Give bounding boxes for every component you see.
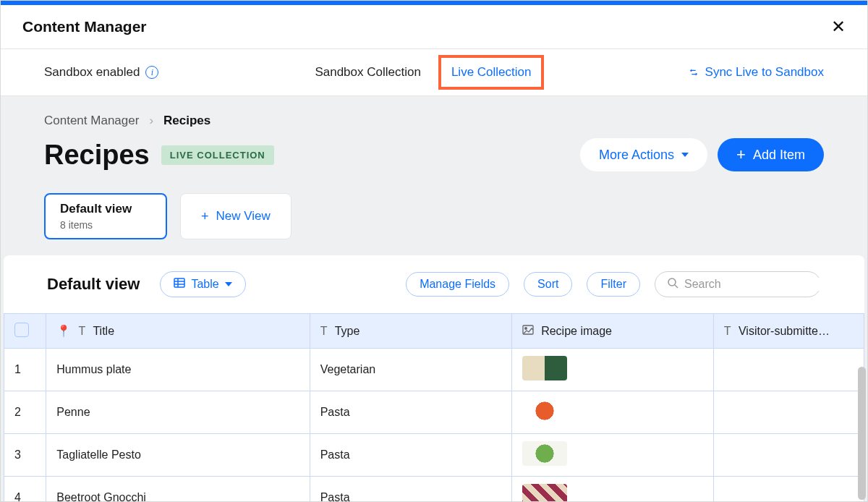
table-icon — [174, 277, 185, 292]
text-type-icon: T — [724, 325, 731, 337]
cell-title[interactable]: Penne — [46, 391, 310, 434]
new-view-button[interactable]: + New View — [180, 193, 292, 239]
page-title-left: Recipes LIVE COLLECTION — [44, 140, 274, 171]
chevron-right-icon: › — [149, 114, 153, 128]
chevron-down-icon — [681, 153, 689, 157]
collection-toolbar: Sandbox enabled i Sandbox Collection Liv… — [1, 49, 867, 96]
view-chip-default[interactable]: Default view 8 items — [44, 193, 167, 239]
cell-image[interactable] — [511, 391, 713, 434]
table-row[interactable]: 2 Penne Pasta — [4, 391, 864, 434]
pin-icon: 📍 — [56, 325, 71, 337]
view-chip-name: Default view — [60, 202, 151, 216]
column-title[interactable]: 📍 T Title — [46, 314, 310, 349]
svg-point-7 — [524, 327, 527, 329]
row-number: 2 — [4, 391, 46, 434]
column-recipe-image[interactable]: Recipe image — [511, 314, 713, 349]
sandbox-status: Sandbox enabled i — [44, 65, 158, 80]
table-row[interactable]: 3 Tagliatelle Pesto Pasta — [4, 434, 864, 477]
breadcrumb-root[interactable]: Content Manager — [44, 114, 139, 128]
add-item-label: Add Item — [753, 148, 805, 163]
view-mode-label: Table — [191, 278, 218, 291]
row-number: 1 — [4, 349, 46, 391]
cell-type[interactable]: Pasta — [310, 391, 511, 434]
cell-visitor[interactable] — [713, 434, 864, 477]
new-view-label: New View — [216, 209, 271, 224]
page-header-title: Content Manager — [22, 18, 147, 35]
add-item-button[interactable]: + Add Item — [718, 138, 824, 171]
column-title-label: Title — [93, 325, 114, 337]
page-actions: More Actions + Add Item — [580, 138, 824, 171]
table-controls: Default view Table Manage Fields Sort Fi… — [47, 271, 821, 297]
chevron-down-icon — [225, 282, 232, 286]
image-type-icon — [522, 325, 537, 337]
cell-type[interactable]: Pasta — [310, 477, 511, 503]
tab-live-collection[interactable]: Live Collection — [443, 59, 540, 85]
svg-line-5 — [675, 285, 678, 288]
row-number: 3 — [4, 434, 46, 477]
view-chip-count: 8 items — [60, 219, 151, 231]
recipe-thumbnail — [522, 399, 567, 423]
column-type[interactable]: T Type — [310, 314, 511, 349]
column-visitor-submitted[interactable]: T Visitor-submitte… — [713, 314, 864, 349]
cell-image[interactable] — [511, 349, 713, 391]
cell-image[interactable] — [511, 434, 713, 477]
column-type-label: Type — [335, 325, 360, 337]
content-area: Content Manager › Recipes Recipes LIVE C… — [1, 96, 867, 502]
column-visitor-label: Visitor-submitte… — [739, 325, 830, 337]
sandbox-status-label: Sandbox enabled — [44, 65, 140, 80]
search-box[interactable] — [655, 271, 821, 297]
cell-type[interactable]: Pasta — [310, 434, 511, 477]
sync-icon — [688, 67, 699, 78]
cell-type[interactable]: Vegetarian — [310, 349, 511, 391]
cell-visitor[interactable] — [713, 349, 864, 391]
cell-visitor[interactable] — [713, 477, 864, 503]
cell-title[interactable]: Hummus plate — [46, 349, 310, 391]
cell-image[interactable] — [511, 477, 713, 503]
search-input[interactable] — [684, 278, 829, 291]
cell-title[interactable]: Beetroot Gnocchi — [46, 477, 310, 503]
data-table: 📍 T Title T Type — [4, 313, 864, 502]
plus-icon: + — [201, 210, 209, 223]
page-title-row: Recipes LIVE COLLECTION More Actions + A… — [44, 138, 824, 171]
table-row[interactable]: 4 Beetroot Gnocchi Pasta — [4, 477, 864, 503]
table-row[interactable]: 1 Hummus plate Vegetarian — [4, 349, 864, 391]
text-type-icon: T — [320, 325, 328, 337]
info-icon[interactable]: i — [145, 66, 158, 79]
current-view-title: Default view — [47, 275, 140, 294]
column-image-label: Recipe image — [541, 325, 612, 337]
more-actions-label: More Actions — [599, 148, 674, 163]
scrollbar[interactable] — [858, 367, 866, 500]
sync-label: Sync Live to Sandbox — [705, 65, 824, 80]
page-title: Recipes — [44, 140, 150, 171]
recipe-thumbnail — [522, 441, 567, 466]
table-body: 1 Hummus plate Vegetarian 2 Penne Pasta … — [4, 349, 864, 503]
recipe-thumbnail — [522, 484, 567, 502]
select-all-checkbox[interactable] — [14, 323, 29, 337]
views-row: Default view 8 items + New View — [44, 193, 824, 239]
svg-rect-0 — [174, 278, 184, 287]
tab-sandbox-collection[interactable]: Sandbox Collection — [306, 59, 429, 85]
svg-point-4 — [668, 278, 676, 286]
header-checkbox-cell — [4, 314, 46, 349]
recipe-thumbnail — [522, 356, 567, 380]
more-actions-button[interactable]: More Actions — [580, 138, 707, 171]
live-collection-badge: LIVE COLLECTION — [161, 145, 274, 165]
table-panel: Default view Table Manage Fields Sort Fi… — [4, 255, 864, 502]
text-type-icon: T — [78, 325, 85, 337]
cell-visitor[interactable] — [713, 391, 864, 434]
filter-button[interactable]: Filter — [587, 272, 640, 297]
manage-fields-button[interactable]: Manage Fields — [406, 272, 509, 297]
plus-icon: + — [736, 147, 746, 163]
sort-button[interactable]: Sort — [524, 272, 572, 297]
cell-title[interactable]: Tagliatelle Pesto — [46, 434, 310, 477]
header: Content Manager ✕ — [1, 5, 867, 49]
search-icon — [667, 277, 678, 292]
breadcrumb-current: Recipes — [163, 114, 210, 128]
view-mode-dropdown[interactable]: Table — [160, 271, 245, 297]
table-header-row: 📍 T Title T Type — [4, 314, 864, 349]
collection-tabs: Sandbox Collection Live Collection — [306, 59, 540, 85]
close-icon[interactable]: ✕ — [831, 18, 846, 35]
breadcrumb: Content Manager › Recipes — [44, 114, 824, 128]
row-number: 4 — [4, 477, 46, 503]
sync-live-to-sandbox[interactable]: Sync Live to Sandbox — [688, 65, 824, 80]
